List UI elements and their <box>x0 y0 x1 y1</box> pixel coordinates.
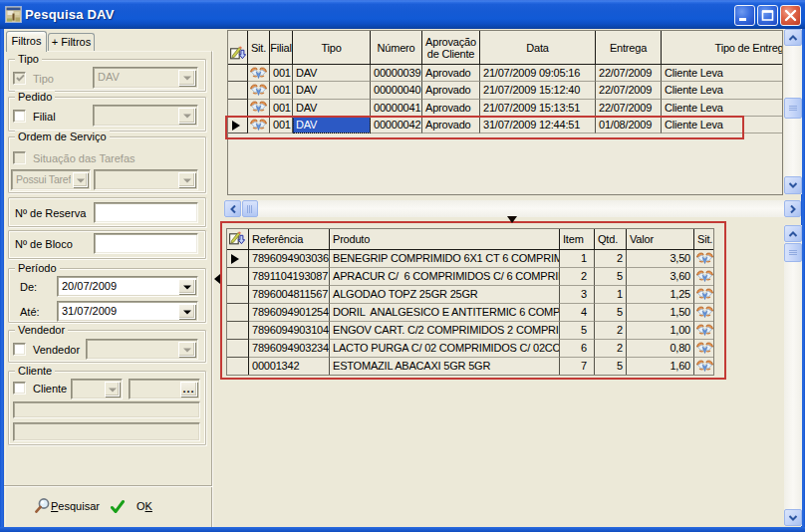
cell-data[interactable]: 21/07/2009 15:13:51 <box>480 100 596 117</box>
tab-filtros[interactable]: Filtros <box>6 31 47 52</box>
items-scroll-up-button[interactable] <box>784 225 802 242</box>
cell-numero[interactable]: 00000041 <box>371 100 422 117</box>
possui-tarefa-combo-button <box>73 172 88 187</box>
cell-tipo[interactable]: DAV <box>293 65 371 82</box>
cell-text: 21/07/2009 15:12:40 <box>480 84 583 96</box>
column-header-filial[interactable]: Filial <box>270 31 293 65</box>
handshake-icon <box>250 67 267 83</box>
dav-row[interactable]: 001DAV00000039Aprovado21/07/2009 09:05:1… <box>228 65 782 82</box>
column-header-n-mero[interactable]: Número <box>371 31 422 65</box>
items-vscrollbar[interactable] <box>784 225 802 526</box>
filial-checkbox[interactable] <box>13 110 26 123</box>
periodo-de-combo[interactable]: 20/07/2009 <box>57 276 198 297</box>
possui-tarefa-combo: Possui Taref <box>11 169 91 190</box>
dav-grid-hscroll-thumb[interactable] <box>242 200 258 217</box>
cell-entrega[interactable]: 22/07/2009 <box>596 100 662 117</box>
tipo-checkbox <box>13 72 26 85</box>
cell-entrega[interactable]: 22/07/2009 <box>596 82 662 99</box>
cell-filial[interactable]: 001 <box>270 100 293 117</box>
ellipsis-label: ... <box>181 385 196 393</box>
title-bar[interactable] <box>0 0 805 29</box>
cell-text: 22/07/2009 <box>596 84 655 96</box>
maximize-button[interactable] <box>757 5 778 26</box>
group-vendedor-title: Vendedor <box>15 324 68 336</box>
dav-row[interactable]: 001DAV00000041Aprovado21/07/2009 15:13:5… <box>228 100 782 117</box>
column-header-indicator[interactable] <box>228 31 248 65</box>
cell-tipo[interactable]: DAV <box>293 100 371 117</box>
chevron-down-icon <box>183 114 191 118</box>
dav-grid-scroll-up-button[interactable] <box>784 29 802 46</box>
button-panel-divider <box>4 485 212 487</box>
bloco-input[interactable] <box>94 233 198 254</box>
items-scroll-down-button[interactable] <box>784 509 802 526</box>
row-indicator-cell <box>228 82 248 99</box>
dav-row[interactable]: 001DAV00000040Aprovado21/07/2009 15:12:4… <box>228 82 782 99</box>
row-indicator-cell <box>228 65 248 82</box>
dav-grid-scroll-right-button[interactable] <box>784 200 801 217</box>
tab-mais-filtros[interactable]: + Filtros <box>48 33 95 52</box>
cell-numero[interactable]: 00000039 <box>371 65 422 82</box>
cell-aprovacao[interactable]: Aprovado <box>422 82 480 99</box>
periodo-de-button[interactable] <box>178 279 195 294</box>
window-border-left <box>0 29 4 532</box>
dav-grid-hscrollbar[interactable] <box>224 200 801 217</box>
dav-grid-scroll-down-button[interactable] <box>784 176 802 194</box>
chevron-right-icon <box>790 204 796 213</box>
cell-tipo[interactable]: DAV <box>293 82 371 99</box>
cell-aprovacao[interactable]: Aprovado <box>422 65 480 82</box>
column-header-aprova-o-de-cliente[interactable]: Aprovação de Cliente <box>422 31 480 65</box>
items-scroll-thumb[interactable] <box>784 243 802 262</box>
dav-grid-scroll-left-button[interactable] <box>224 200 241 217</box>
cell-data[interactable]: 21/07/2009 15:12:40 <box>480 82 596 99</box>
situacao-tarefas-checkbox <box>13 151 26 164</box>
column-header-data[interactable]: Data <box>480 31 596 65</box>
window-icon <box>5 6 22 23</box>
chevron-down-icon <box>183 310 191 314</box>
cell-data[interactable]: 21/07/2009 09:05:16 <box>480 65 596 82</box>
tipo-combo-button <box>178 70 195 86</box>
chevron-left-icon <box>230 204 236 213</box>
periodo-ate-value: 31/07/2009 <box>62 305 117 317</box>
column-header-tipo-de-entrega[interactable]: Tipo de Entrega <box>662 31 783 65</box>
chevron-up-icon <box>789 231 798 237</box>
reserva-input[interactable] <box>94 202 198 223</box>
column-header-tipo[interactable]: Tipo <box>293 31 371 65</box>
cell-sit[interactable] <box>248 65 270 82</box>
check-icon <box>110 498 126 515</box>
cell-filial[interactable]: 001 <box>270 82 293 99</box>
cell-tipo_entrega[interactable]: Cliente Leva <box>662 82 783 99</box>
close-button[interactable] <box>780 5 801 26</box>
annotation-selected-row-rect <box>225 116 744 139</box>
cell-text: Cliente Leva <box>662 84 726 96</box>
cell-sit[interactable] <box>248 100 270 117</box>
cell-entrega[interactable]: 22/07/2009 <box>596 65 662 82</box>
dav-grid-scroll-thumb[interactable] <box>784 98 802 119</box>
vendedor-checkbox[interactable] <box>13 343 26 356</box>
column-header-entrega[interactable]: Entrega <box>596 31 662 65</box>
column-header-sit-[interactable]: Sit. <box>248 31 270 65</box>
cell-sit[interactable] <box>248 82 270 99</box>
pesquisar-button[interactable]: Pesquisar <box>34 496 104 518</box>
ok-label: OK <box>136 500 152 512</box>
cell-tipo_entrega[interactable]: Cliente Leva <box>662 65 783 82</box>
cell-text: Cliente Leva <box>662 67 726 79</box>
group-periodo-title: Período <box>15 262 60 274</box>
reserva-label: Nº de Reserva <box>15 207 86 219</box>
periodo-ate-combo[interactable]: 31/07/2009 <box>57 301 198 322</box>
periodo-ate-button[interactable] <box>178 304 195 319</box>
cliente-checkbox[interactable] <box>13 382 26 395</box>
cell-filial[interactable]: 001 <box>270 65 293 82</box>
column-header-label: Número <box>371 42 421 54</box>
cliente-ellipsis-button[interactable]: ... <box>180 382 197 397</box>
maximize-icon <box>758 6 777 25</box>
cell-aprovacao[interactable]: Aprovado <box>422 100 480 117</box>
cell-tipo_entrega[interactable]: Cliente Leva <box>662 100 783 117</box>
minimize-button[interactable] <box>734 5 755 26</box>
grid-settings-icon <box>230 45 246 62</box>
group-pedido-title: Pedido <box>15 91 55 103</box>
ok-button[interactable]: OK <box>110 496 154 518</box>
thumb-grip <box>789 249 797 256</box>
cell-text: DAV <box>293 67 320 79</box>
column-header-label: Aprovação de Cliente <box>422 36 479 60</box>
cell-numero[interactable]: 00000040 <box>371 82 422 99</box>
